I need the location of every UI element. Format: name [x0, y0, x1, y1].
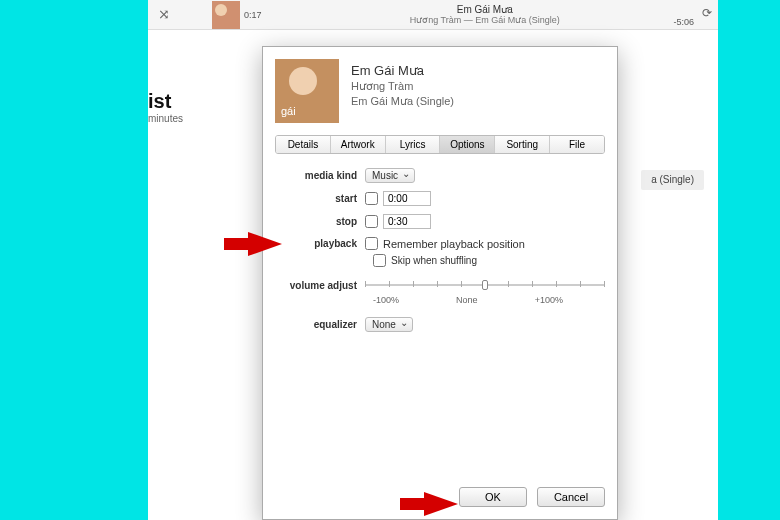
page-background: ⤨ 0:17 Em Gái Mưa Hương Tràm — Em Gái Mư…	[0, 0, 780, 520]
tab-details[interactable]: Details	[276, 136, 331, 153]
song-info-dialog: Em Gái Mưa Hương Tràm Em Gái Mưa (Single…	[262, 46, 618, 520]
now-playing-info[interactable]: Em Gái Mưa Hương Tràm — Em Gái Mưa (Sing…	[262, 4, 708, 25]
tab-lyrics[interactable]: Lyrics	[386, 136, 441, 153]
stop-input[interactable]	[383, 214, 431, 229]
dialog-tabs: Details Artwork Lyrics Options Sorting F…	[275, 135, 605, 154]
dialog-song-title: Em Gái Mưa	[351, 63, 454, 78]
slider-scale: -100% None +100%	[373, 295, 563, 305]
heading-fragment: ist	[148, 90, 196, 113]
start-label: start	[275, 193, 365, 204]
repeat-icon[interactable]: ⟳	[702, 6, 712, 20]
now-playing-artwork[interactable]	[212, 1, 240, 29]
stop-label: stop	[275, 216, 365, 227]
stop-checkbox[interactable]	[365, 215, 378, 228]
dialog-artist: Hương Tràm	[351, 80, 454, 93]
media-kind-select[interactable]: Music	[365, 168, 415, 183]
subtext-fragment: minutes	[148, 113, 196, 124]
equalizer-label: equalizer	[275, 319, 365, 330]
start-checkbox[interactable]	[365, 192, 378, 205]
tab-file[interactable]: File	[550, 136, 604, 153]
player-topbar: ⤨ 0:17 Em Gái Mưa Hương Tràm — Em Gái Mư…	[148, 0, 718, 30]
dialog-album: Em Gái Mưa (Single)	[351, 95, 454, 108]
tab-options[interactable]: Options	[440, 136, 495, 153]
volume-adjust-label: volume adjust	[275, 280, 365, 291]
skip-shuffle-text: Skip when shuffling	[391, 255, 477, 266]
track-title: Em Gái Mưa	[282, 4, 688, 15]
start-input[interactable]	[383, 191, 431, 206]
annotation-arrow-icon	[424, 492, 458, 516]
elapsed-time: 0:17	[244, 10, 262, 20]
slider-max: +100%	[535, 295, 563, 305]
dialog-artwork	[275, 59, 339, 123]
track-subtitle: Hương Tràm — Em Gái Mưa (Single)	[282, 15, 688, 25]
skip-shuffle-checkbox[interactable]	[373, 254, 386, 267]
options-form: media kind Music start stop playback Rem…	[275, 168, 605, 340]
slider-mid: None	[456, 295, 478, 305]
annotation-arrow-icon	[248, 232, 282, 256]
remember-position-checkbox[interactable]	[365, 237, 378, 250]
remember-position-text: Remember playback position	[383, 238, 525, 250]
tab-sorting[interactable]: Sorting	[495, 136, 550, 153]
playback-label: playback	[275, 238, 365, 249]
table-row[interactable]: a (Single)	[641, 170, 704, 190]
slider-thumb[interactable]	[482, 280, 488, 290]
shuffle-icon[interactable]: ⤨	[158, 6, 170, 22]
cancel-button[interactable]: Cancel	[537, 487, 605, 507]
ok-button[interactable]: OK	[459, 487, 527, 507]
tab-artwork[interactable]: Artwork	[331, 136, 386, 153]
sidebar-fragment: ist minutes	[148, 30, 196, 200]
dialog-header: Em Gái Mưa Hương Tràm Em Gái Mưa (Single…	[275, 59, 605, 123]
equalizer-select[interactable]: None	[365, 317, 413, 332]
volume-adjust-slider[interactable]	[365, 277, 605, 293]
remaining-time: -5:06	[673, 17, 694, 27]
slider-min: -100%	[373, 295, 399, 305]
media-kind-label: media kind	[275, 170, 365, 181]
